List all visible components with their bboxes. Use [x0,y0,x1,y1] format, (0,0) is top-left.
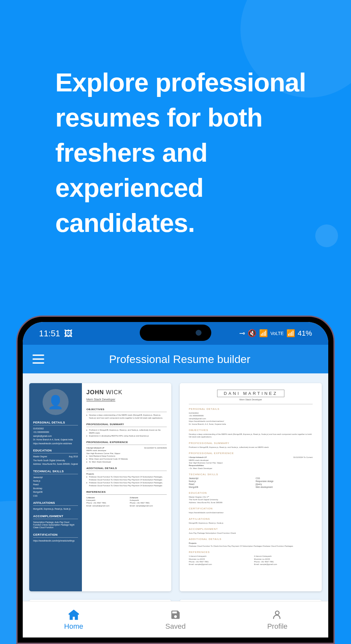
text: Firebase Cloud Function To Check And Aut… [86,481,167,487]
text: Master Degree | Div 1ᵗʰThe North South D… [189,496,313,504]
svg-point-0 [276,611,279,614]
text: Firebase Cloud Function To Check And Aut… [86,476,167,481]
profile-icon [271,609,283,621]
section-header: EDUCATION [189,491,313,494]
app-bar: Professional Resume builder [23,345,328,373]
text: MongoDB, Express.js, React.js, Node.js [189,522,313,524]
text: I-Script Infotech LP 01/12/2024 To Curre… [189,456,313,470]
text: Sr. Mern Stack Developer [86,461,167,463]
hamburger-icon[interactable] [32,355,44,364]
section-header: ADDITIONAL DETAILS [189,538,313,541]
skill: CSS [256,477,313,479]
section-header: TECHNICAL SKILLS [33,470,78,474]
section-header: CERTIFICATION [33,533,78,538]
text: Kobayashi [130,499,167,502]
name-first: JOHN [86,389,104,396]
image-icon: 🖼 [64,329,72,339]
section-header: REFERENCES [189,551,313,554]
section-header: ACCOMPLISHMENT [189,528,313,530]
skill: React [189,483,246,485]
list-item: CSS [33,495,78,497]
saved-icon [169,609,182,621]
text: 2.Harumi KobayashiMusician no-22/23Phone… [254,555,313,566]
resume-name: DANI MARTINEZ [217,390,285,397]
list-item: MongoDB, Express.js, React.js, Node.js [33,508,78,510]
section-header: REFERENCES [86,490,167,495]
status-time: 11:51 [39,329,60,339]
text: ProjectsFirebase Cloud Function To Check… [189,542,313,547]
section-header: EDUCATION [33,449,78,453]
section-header: ACCOMPLISHMENT [33,515,78,519]
skill: Responsive design [256,480,313,482]
text: Email: sample@gmail.com [130,504,167,507]
section-header: PERSONAL DETAILS [189,408,313,410]
nav-saved[interactable]: Saved [124,601,226,637]
text: https://wwwlinkedin.com/in/danimartinez [189,511,313,514]
phone-notch [140,325,211,341]
text: Aug 2018 [69,455,78,458]
list-item: MongoDB [33,491,78,493]
list-item: https://wwwlinkedin.com/in/johnwick/sett… [33,540,78,542]
text: Develop a deep understanding of the MERN… [189,433,313,438]
section-header: AFFILIATIONS [33,501,78,506]
key-icon: ⊸ [239,329,245,338]
app-title: Professional Resume builder [54,353,306,366]
text: Kobayashi [86,499,124,502]
list-item: Javascript [33,476,78,479]
nav-label: Profile [267,622,287,631]
nav-label: Home [64,622,83,631]
list-item: Address: Vesu/Surat Rd, Surat-395009, Gu… [33,463,78,465]
section-header: CERTIFICATION [189,507,313,510]
nav-label: Saved [165,622,186,631]
text: 2.Harumi [130,497,138,499]
text: Auto Pay Package Subscription Cloud Func… [189,532,313,534]
list-item: React [33,483,78,486]
avatar: 👤 [43,389,69,415]
section-header: PROFESSIONAL SUMMARY [189,442,313,445]
list-item: The North South Digital University [33,459,78,462]
text: Email: sample@gmail.com [86,504,124,507]
network-label: VoLTE [270,331,284,336]
list-item: https://wwwlinkedin.com/in/john-wick/new [33,442,78,445]
text: 1.Harumi [86,497,95,499]
section-header: AFFILIATIONS [189,517,313,520]
role: Mern Stack Developer [189,398,313,401]
list-item: +91 9999999999 [33,431,78,434]
text: MERN stack developer [86,449,167,452]
battery-label: 41% [298,329,312,338]
list-item: sample@gmail.com [33,435,78,437]
skill: MongoDB [189,486,246,488]
section-header: OBJECTIVES [86,408,167,412]
text: Projects [86,473,94,475]
section-header: PROFESSIONAL EXPERIENCE [189,452,313,455]
name-last: WICK [106,389,123,396]
text: Proficient in MongoDB, Express.js, React… [86,429,167,435]
role: Mern Stack Developer [86,398,115,401]
list-item: 01/03/2002 [33,427,78,430]
skill: jQuery [256,483,313,485]
template-card-2[interactable]: DANI MARTINEZ Mern Stack Developer PERSO… [180,383,322,591]
text: 1.Harumi KobayashiMusician no-22/23Phone… [189,555,248,566]
nav-home[interactable]: Home [23,601,124,637]
list-item: Node.js [33,480,78,482]
section-header: PERSONAL DETAILS [33,421,78,425]
list-item: Subscription Package, Auto Pay Cloud Fun… [33,521,78,529]
template-grid[interactable]: 👤 PERSONAL DETAILS 01/03/2002 +91 999999… [23,373,328,608]
section-header: TECHNICAL SKILLS [189,473,313,476]
text: 01/12/2024 To 16/03/2026 [144,447,167,449]
text: Hold Backend Deep Functions [86,455,167,458]
text: Experience in developing RESTful APIs us… [86,435,167,437]
list-item: Bootstrap [33,487,78,490]
signal-icon: 📶 [286,329,295,338]
bottom-nav: Home Saved Profile [23,601,328,637]
template-card-1[interactable]: 👤 PERSONAL DETAILS 01/03/2002 +91 999999… [29,383,171,591]
text: Develop a deep understanding of the MERN… [86,414,167,420]
text: Phone: +91 4567 7891 [86,502,124,504]
text: Write Clean and Functional Code Of Websi… [86,458,167,461]
skill: Web development [256,486,313,488]
text: Phone: +91 4567 7891 [130,502,167,504]
nav-profile[interactable]: Profile [227,601,328,637]
section-header: ADDITIONAL DETAILS [86,467,167,471]
skill: Javascript [189,477,246,479]
text: Master Degree [33,455,47,458]
